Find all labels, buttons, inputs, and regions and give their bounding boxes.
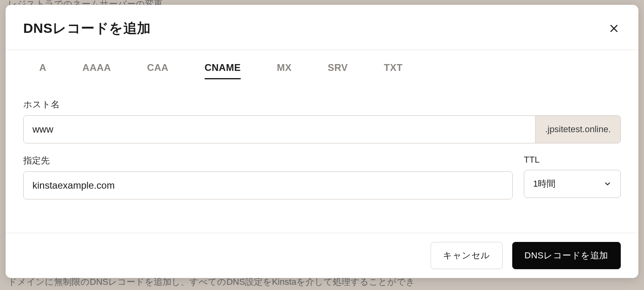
record-type-tabs: A AAAA CAA CNAME MX SRV TXT <box>23 62 621 79</box>
tab-mx[interactable]: MX <box>277 62 292 79</box>
tab-srv[interactable]: SRV <box>328 62 348 79</box>
modal-header: DNSレコードを追加 <box>6 5 638 50</box>
tab-caa[interactable]: CAA <box>147 62 169 79</box>
modal-title: DNSレコードを追加 <box>23 19 151 38</box>
modal-body: A AAAA CAA CNAME MX SRV TXT ホスト名 .jpsite… <box>6 50 638 233</box>
close-button[interactable] <box>607 22 621 35</box>
hostname-label: ホスト名 <box>23 99 621 111</box>
tab-aaaa[interactable]: AAAA <box>83 62 111 79</box>
target-label: 指定先 <box>23 155 513 167</box>
close-icon <box>609 23 619 34</box>
submit-button[interactable]: DNSレコードを追加 <box>512 242 621 269</box>
chevron-down-icon <box>604 180 612 188</box>
cancel-button[interactable]: キャンセル <box>431 242 503 269</box>
ttl-label: TTL <box>524 155 621 165</box>
tab-txt[interactable]: TXT <box>384 62 403 79</box>
hostname-input-wrap: .jpsitetest.online. <box>23 115 621 143</box>
modal-footer: キャンセル DNSレコードを追加 <box>6 233 638 278</box>
target-field-group: 指定先 <box>23 155 513 199</box>
hostname-domain-suffix: .jpsitetest.online. <box>535 116 620 143</box>
target-input[interactable] <box>24 172 512 199</box>
target-input-wrap <box>23 171 513 199</box>
hostname-input[interactable] <box>24 116 535 143</box>
hostname-field-group: ホスト名 .jpsitetest.online. <box>23 99 621 143</box>
tab-cname[interactable]: CNAME <box>205 62 241 79</box>
ttl-select-value: 1時間 <box>533 178 604 190</box>
ttl-select[interactable]: 1時間 <box>524 170 621 198</box>
ttl-field-group: TTL 1時間 <box>524 155 621 199</box>
target-ttl-row: 指定先 TTL 1時間 <box>23 155 621 199</box>
tab-a[interactable]: A <box>39 62 46 79</box>
add-dns-record-modal: DNSレコードを追加 A AAAA CAA CNAME MX SRV TXT ホ… <box>6 5 638 278</box>
